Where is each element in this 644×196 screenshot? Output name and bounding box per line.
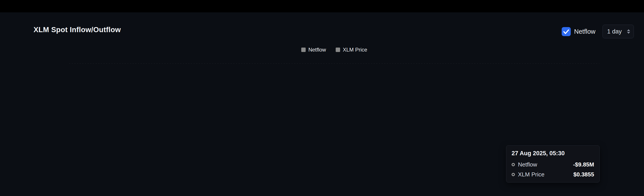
chevron-up-down-icon: [627, 29, 630, 34]
netflow-checkbox-label: Netflow: [574, 28, 596, 35]
tooltip-value-netflow: -$9.85M: [573, 161, 594, 168]
netflow-dot-icon: [512, 163, 515, 166]
legend-item-xlm-price[interactable]: XLM Price: [336, 47, 367, 53]
chart-tooltip: 27 Aug 2025, 05:30 Netflow -$9.85M XLM P…: [506, 145, 600, 183]
tooltip-date: 27 Aug 2025, 05:30: [512, 150, 594, 157]
interval-select-value: 1 day: [607, 28, 622, 35]
xlm-price-dot-icon: [512, 173, 515, 176]
legend-label-netflow: Netflow: [308, 47, 326, 53]
netflow-swatch-icon: [301, 48, 306, 52]
header-controls: Netflow 1 day: [562, 25, 634, 38]
chart-legend: Netflow XLM Price: [69, 47, 600, 53]
tooltip-row-xlm-price: XLM Price $0.3855: [512, 171, 594, 178]
interval-select[interactable]: 1 day: [602, 25, 634, 38]
legend-label-xlm-price: XLM Price: [343, 47, 367, 53]
tooltip-row-netflow: Netflow -$9.85M: [512, 161, 594, 168]
app-root: XLM Spot Inflow/Outflow Netflow 1 day Ne…: [0, 0, 644, 196]
page-title: XLM Spot Inflow/Outflow: [34, 25, 121, 34]
netflow-checkbox[interactable]: [562, 27, 571, 36]
tooltip-value-xlm-price: $0.3855: [574, 171, 594, 178]
tooltip-label-netflow: Netflow: [518, 161, 537, 168]
tooltip-label-xlm-price: XLM Price: [518, 171, 544, 178]
xlm-price-swatch-icon: [336, 48, 340, 52]
checkmark-icon: [562, 27, 571, 36]
netflow-toggle[interactable]: Netflow: [562, 27, 596, 36]
legend-item-netflow[interactable]: Netflow: [301, 47, 326, 53]
